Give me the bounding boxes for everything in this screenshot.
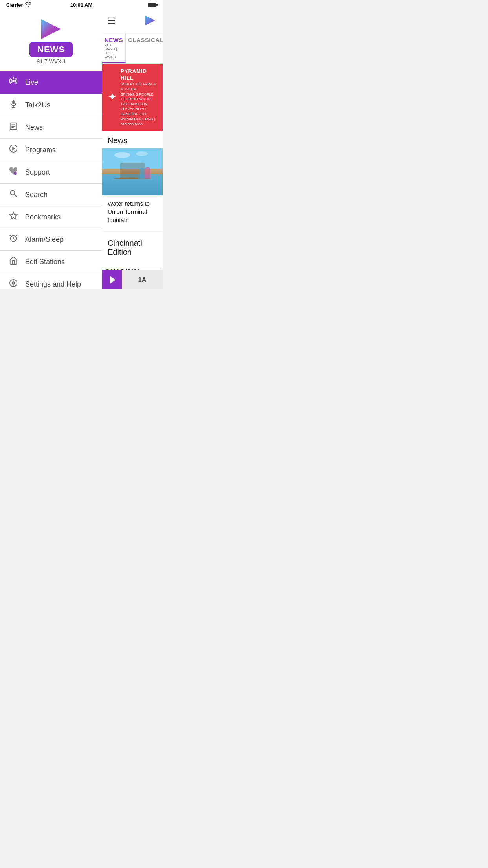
header-logo-container: [143, 13, 157, 29]
bottom-player: 1A: [102, 270, 163, 289]
live-label: Live: [25, 78, 38, 86]
svg-line-16: [15, 195, 17, 197]
edit-stations-icon: [8, 256, 19, 267]
sidebar-item-alarm[interactable]: Alarm/Sleep: [0, 228, 102, 251]
programs-icon: [8, 144, 19, 155]
bookmarks-icon: [8, 211, 19, 223]
svg-marker-0: [41, 19, 61, 39]
content-header: ☰: [102, 9, 163, 33]
ad-starburst-icon: ✦: [108, 90, 117, 103]
status-left: Carrier: [6, 2, 31, 8]
sidebar-item-programs[interactable]: Programs: [0, 139, 102, 161]
app-logo-icon: [37, 17, 65, 41]
svg-line-20: [13, 239, 15, 239]
programs-label: Programs: [25, 146, 56, 154]
battery-icon: [148, 3, 156, 7]
content-scroll[interactable]: News Water returns to Union T: [102, 131, 163, 289]
logo-container: NEWS 91.7 WVXU: [29, 17, 73, 64]
ad-line2: 1763 HAMILTON CLEVES ROAD HAMILTON, OH: [121, 102, 157, 117]
talk2us-label: Talk2Us: [25, 101, 50, 109]
tab-news-freq: 91.7 WVXU | 88.5 WMUB: [105, 43, 123, 59]
wifi-icon: [25, 2, 31, 8]
cincinnati-section-title: Cincinnati Edition: [102, 233, 163, 260]
settings-icon: [8, 279, 19, 289]
time-display: 10:01 AM: [70, 2, 93, 8]
station-badge: NEWS: [29, 42, 73, 57]
tab-classical[interactable]: CLASSICAL: [126, 33, 163, 63]
alarm-icon: [8, 234, 19, 245]
edit-stations-label: Edit Stations: [25, 258, 65, 266]
svg-point-24: [12, 282, 15, 284]
status-bar: Carrier 10:01 AM: [0, 0, 163, 9]
svg-line-31: [11, 285, 11, 286]
microphone-icon: [8, 99, 19, 110]
live-icon: [8, 76, 19, 88]
status-right: [148, 3, 156, 7]
svg-marker-11: [12, 147, 15, 150]
ad-text: PYRAMID HILL SCULPTURE PARK & MUSEUM BRI…: [121, 68, 157, 127]
svg-rect-3: [12, 100, 15, 104]
hamburger-icon[interactable]: ☰: [108, 16, 116, 26]
ad-subtitle: SCULPTURE PARK & MUSEUM: [121, 82, 157, 92]
ad-banner[interactable]: ✦ PYRAMID HILL SCULPTURE PARK & MUSEUM B…: [102, 64, 163, 131]
section-divider-1: [102, 231, 163, 232]
header-logo-icon: [143, 13, 157, 28]
ad-line1: BRINGING PEOPLE TO ART IN NATURE: [121, 92, 157, 102]
sidebar-item-settings[interactable]: Settings and Help: [0, 273, 102, 289]
sidebar-item-live[interactable]: Live: [0, 71, 102, 94]
sidebar-item-talk2us[interactable]: Talk2Us: [0, 94, 102, 116]
sidebar: NEWS 91.7 WVXU Live: [0, 9, 102, 289]
tab-news-name: NEWS: [105, 37, 123, 43]
news-icon: [8, 122, 19, 133]
search-icon: [8, 189, 19, 200]
news-headline-fountain: Water returns to Union Terminal fountain: [102, 195, 163, 228]
svg-point-14: [15, 174, 15, 174]
svg-line-29: [11, 280, 11, 281]
station-tabs: NEWS 91.7 WVXU | 88.5 WMUB CLASSICAL: [102, 33, 163, 64]
svg-marker-17: [10, 212, 17, 219]
news-label: News: [25, 123, 43, 132]
svg-marker-33: [145, 15, 155, 26]
news-section-title: News: [102, 131, 163, 148]
tab-classical-name: CLASSICAL: [128, 37, 163, 43]
tab-news[interactable]: NEWS 91.7 WVXU | 88.5 WMUB: [102, 33, 126, 63]
sidebar-item-bookmarks[interactable]: Bookmarks: [0, 206, 102, 228]
search-label: Search: [25, 191, 48, 199]
sidebar-item-search[interactable]: Search: [0, 184, 102, 206]
sidebar-item-edit-stations[interactable]: Edit Stations: [0, 251, 102, 273]
sidebar-item-support[interactable]: Support: [0, 161, 102, 184]
carrier-label: Carrier: [6, 2, 23, 8]
alarm-label: Alarm/Sleep: [25, 235, 64, 244]
svg-point-1: [12, 80, 15, 82]
content-panel: ☰ NEWS 91.7 WVXU | 88.5 WMUB: [102, 9, 163, 289]
fountain-image: [102, 148, 163, 195]
app-container: NEWS 91.7 WVXU Live: [0, 9, 163, 289]
ad-title: PYRAMID HILL: [121, 68, 157, 82]
sidebar-item-news[interactable]: News: [0, 116, 102, 139]
svg-line-32: [15, 280, 16, 281]
news-card-fountain[interactable]: Water returns to Union Terminal fountain: [102, 148, 163, 228]
ad-line3: PYRAMIDHILL.ORG | 513-868-8336: [121, 117, 157, 127]
support-label: Support: [25, 168, 50, 177]
player-play-button[interactable]: [102, 270, 122, 290]
settings-label: Settings and Help: [25, 280, 81, 289]
svg-line-30: [15, 285, 16, 286]
svg-line-21: [10, 235, 11, 236]
sidebar-header: NEWS 91.7 WVXU: [0, 9, 102, 71]
svg-point-15: [11, 191, 15, 195]
player-station-label: 1A: [122, 276, 163, 283]
station-name: 91.7 WVXU: [37, 58, 65, 64]
svg-line-22: [16, 235, 17, 236]
bookmarks-label: Bookmarks: [25, 213, 61, 221]
support-icon: [8, 167, 19, 178]
